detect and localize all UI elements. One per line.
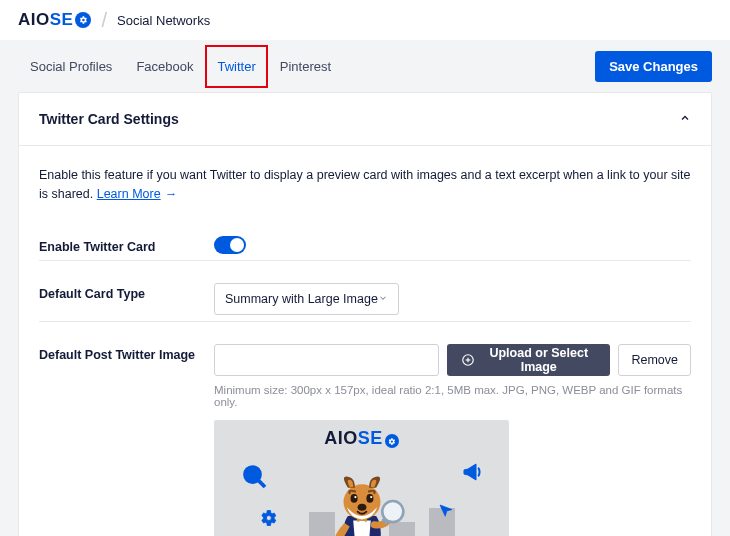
save-changes-button[interactable]: Save Changes — [595, 51, 712, 82]
svg-point-14 — [366, 494, 373, 503]
image-controls: Upload or Select Image Remove — [214, 344, 691, 376]
panel-header[interactable]: Twitter Card Settings — [19, 93, 711, 146]
label-default-post-twitter-image: Default Post Twitter Image — [39, 344, 214, 362]
toggle-knob — [230, 238, 244, 252]
brand-logo[interactable]: AIOSE — [18, 10, 91, 30]
subnav-bar: Social Profiles Facebook Twitter Pintere… — [0, 40, 730, 92]
page-title: Social Networks — [117, 13, 210, 28]
svg-point-9 — [382, 501, 403, 522]
svg-point-3 — [245, 467, 260, 482]
tab-social-profiles[interactable]: Social Profiles — [18, 45, 124, 88]
image-size-hint: Minimum size: 300px x 157px, ideal ratio… — [214, 384, 691, 408]
svg-point-15 — [354, 495, 356, 497]
cursor-click-icon — [437, 502, 455, 523]
svg-line-4 — [258, 480, 265, 487]
gear-icon — [75, 12, 91, 28]
learn-more-link[interactable]: Learn More — [97, 187, 161, 201]
default-card-type-select[interactable]: Summary with Large Image — [214, 283, 399, 315]
chevron-down-icon — [378, 292, 388, 306]
label-enable-twitter-card: Enable Twitter Card — [39, 236, 214, 254]
preview-brand: AIOSE — [214, 428, 509, 449]
gear-outline-icon — [258, 508, 278, 531]
tab-pinterest[interactable]: Pinterest — [268, 45, 343, 88]
row-enable-twitter-card: Enable Twitter Card — [39, 214, 691, 260]
upload-or-select-image-button[interactable]: Upload or Select Image — [447, 344, 610, 376]
panel-body: Enable this feature if you want Twitter … — [19, 146, 711, 536]
row-default-post-twitter-image: Default Post Twitter Image Upload or Sel… — [39, 321, 691, 537]
tab-facebook[interactable]: Facebook — [124, 45, 205, 88]
content-wrap: Twitter Card Settings Enable this featur… — [0, 92, 730, 536]
enable-twitter-card-toggle[interactable] — [214, 236, 246, 254]
plus-circle-icon — [461, 353, 475, 367]
twitter-image-preview: AIOSE — [214, 420, 509, 537]
magnifier-icon — [240, 462, 270, 495]
subnav-tabs: Social Profiles Facebook Twitter Pintere… — [18, 45, 343, 88]
svg-point-12 — [357, 503, 366, 510]
row-default-card-type: Default Card Type Summary with Large Ima… — [39, 260, 691, 321]
select-value: Summary with Large Image — [225, 292, 378, 306]
arrow-right-icon: → — [165, 187, 178, 201]
breadcrumb-separator: / — [101, 9, 107, 32]
megaphone-icon — [461, 460, 485, 487]
twitter-card-settings-panel: Twitter Card Settings Enable this featur… — [18, 92, 712, 536]
tab-twitter[interactable]: Twitter — [205, 45, 267, 88]
svg-point-16 — [370, 495, 372, 497]
gear-icon — [385, 434, 399, 448]
remove-image-button[interactable]: Remove — [618, 344, 691, 376]
panel-intro: Enable this feature if you want Twitter … — [39, 166, 691, 204]
label-default-card-type: Default Card Type — [39, 283, 214, 301]
panel-title: Twitter Card Settings — [39, 111, 179, 127]
brand-text-right: SE — [50, 10, 74, 30]
brand-text-left: AIO — [18, 10, 50, 30]
top-header: AIOSE / Social Networks — [0, 0, 730, 40]
dog-mascot-icon — [318, 472, 406, 537]
svg-point-13 — [350, 494, 357, 503]
twitter-image-url-input[interactable] — [214, 344, 439, 376]
chevron-up-icon — [679, 112, 691, 127]
